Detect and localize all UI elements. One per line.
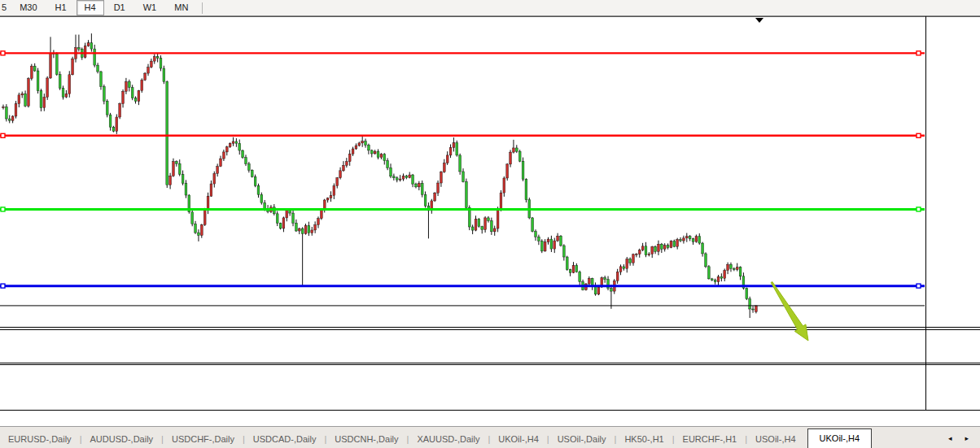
line-handle-left[interactable] <box>1 51 5 55</box>
line-handle-left[interactable] <box>1 284 5 288</box>
symbol-tab[interactable]: EURCHF-,H1 <box>675 431 746 448</box>
symbol-tab[interactable]: USDCNH-,Daily <box>326 431 406 448</box>
candle-body <box>317 219 320 225</box>
candle-body <box>421 183 423 194</box>
candle-body <box>503 178 505 193</box>
candle-body <box>257 185 260 194</box>
symbol-tab[interactable]: USDCAD-,Daily <box>245 431 325 448</box>
symbol-tab[interactable]: EURUSD-,Daily <box>0 431 80 448</box>
candle-body <box>368 145 370 150</box>
candle <box>279 223 282 229</box>
candle-body <box>720 276 723 278</box>
timeframe-button-5[interactable]: 5 <box>0 0 10 15</box>
candle-body <box>276 214 278 224</box>
candle-body <box>698 237 701 243</box>
symbol-tab[interactable]: USOil-,Daily <box>549 431 615 448</box>
symbol-tab-active[interactable]: UKOil-,H4 <box>807 428 873 448</box>
candle-body <box>374 151 376 154</box>
symbol-tab[interactable]: HK50-,H1 <box>616 431 672 448</box>
line-handle-right[interactable] <box>917 284 921 288</box>
timeframe-button-d1[interactable]: D1 <box>106 0 133 15</box>
candle <box>119 102 121 119</box>
symbol-tab[interactable]: XAUUSD-,Daily <box>409 431 488 448</box>
candle-body <box>579 272 581 282</box>
candle-body <box>755 306 758 312</box>
symbol-tab[interactable]: AUDUSD-,Daily <box>81 431 161 448</box>
line-handle-right[interactable] <box>917 51 921 55</box>
candle-body <box>144 73 147 80</box>
candle-body <box>515 148 518 151</box>
candle-body <box>396 178 398 180</box>
candle <box>434 192 436 202</box>
candle-body <box>424 194 427 206</box>
candle <box>707 265 710 280</box>
line-handle-right[interactable] <box>917 133 921 137</box>
candle-body <box>707 267 710 279</box>
candle-body <box>449 147 452 155</box>
candle <box>456 141 458 157</box>
candle-body <box>648 254 650 254</box>
candle-body <box>412 175 414 184</box>
line-handle-left[interactable] <box>1 207 5 211</box>
chart-canvas[interactable] <box>0 16 980 426</box>
candle-body <box>163 68 165 81</box>
candle-body <box>437 183 440 193</box>
candle-body <box>670 241 672 248</box>
candle-body <box>610 289 613 292</box>
candle-body <box>336 178 339 186</box>
candle-body <box>195 224 197 233</box>
candle-body <box>166 81 168 185</box>
candle-body <box>660 244 663 249</box>
candle-body <box>33 66 36 71</box>
candle-body <box>683 238 685 241</box>
candle-body <box>198 233 200 235</box>
candle-body <box>641 246 644 250</box>
timeframe-button-w1[interactable]: W1 <box>135 0 165 15</box>
candle <box>30 64 33 80</box>
line-handle-right[interactable] <box>917 207 921 211</box>
tab-scroll-buttons: ◂▸ <box>948 435 969 448</box>
candle-body <box>242 150 244 158</box>
timeframe-button-h1[interactable]: H1 <box>47 0 75 15</box>
tab-scroll-left-icon[interactable]: ◂ <box>948 435 952 442</box>
symbol-tab[interactable]: USDCHF-,Daily <box>164 431 243 448</box>
candle-body <box>673 241 676 247</box>
timeframe-button-h4[interactable]: H4 <box>77 0 104 15</box>
candle <box>46 76 49 100</box>
candle-body <box>623 267 625 268</box>
candle-body <box>84 46 86 58</box>
candle <box>28 77 30 107</box>
candle-body <box>383 154 386 161</box>
candle-body <box>24 94 27 106</box>
candle-body <box>220 159 222 167</box>
line-handle-left[interactable] <box>1 133 5 137</box>
candle-body <box>355 146 357 149</box>
candle-body <box>736 267 738 269</box>
candle <box>163 66 165 84</box>
candle-body <box>456 142 458 154</box>
timeframe-button-m30[interactable]: M30 <box>11 0 45 15</box>
candle-body <box>380 154 383 158</box>
candle-body <box>50 54 52 78</box>
candle <box>144 72 147 81</box>
candle-body <box>345 162 348 166</box>
symbol-tab[interactable]: UKOil-,H4 <box>490 431 547 448</box>
candle-body <box>97 65 99 72</box>
candle-body <box>301 228 304 233</box>
candle-body <box>30 66 33 78</box>
candle-body <box>629 259 632 263</box>
candle-body <box>544 242 546 251</box>
candle-body <box>210 184 212 196</box>
candle-body <box>175 162 177 164</box>
candle-body <box>330 195 332 198</box>
candle-body <box>106 101 108 115</box>
candle-body <box>235 141 238 143</box>
candle-body <box>200 224 203 235</box>
timeframe-button-mn[interactable]: MN <box>166 0 196 15</box>
candle-body <box>282 218 285 228</box>
tab-scroll-right-icon[interactable]: ▸ <box>965 435 969 442</box>
candle-body <box>459 155 462 172</box>
symbol-tab[interactable]: USOil-,H4 <box>747 431 804 448</box>
candle-body <box>286 211 288 218</box>
candle-body <box>232 141 234 143</box>
